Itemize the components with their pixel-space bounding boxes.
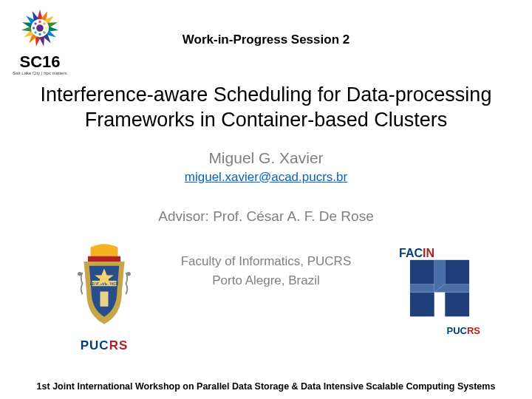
email-link[interactable]: miguel.xavier@acad.pucrs.br bbox=[185, 170, 347, 184]
svg-point-0 bbox=[36, 24, 44, 32]
svg-rect-16 bbox=[410, 260, 434, 284]
pucrs-label: PUCRS bbox=[70, 338, 138, 353]
svg-point-1 bbox=[38, 21, 41, 24]
sc16-city: Salt Lake City | hpc matters bbox=[10, 71, 69, 75]
svg-point-6 bbox=[34, 31, 37, 34]
pucrs-crest-logo: AD VERVM DVCIT PUCRS bbox=[70, 244, 138, 353]
author-email: miguel.xavier@acad.pucrs.br bbox=[0, 170, 532, 185]
author-name: Miguel G. Xavier bbox=[0, 149, 532, 167]
facin-blocks-icon bbox=[399, 259, 480, 319]
sc16-logo: SC16 Salt Lake City | hpc matters bbox=[10, 6, 69, 75]
svg-point-15 bbox=[126, 272, 131, 276]
svg-rect-18 bbox=[410, 293, 434, 317]
sc16-text: SC16 bbox=[10, 55, 69, 69]
svg-point-8 bbox=[34, 22, 37, 25]
svg-point-7 bbox=[33, 27, 35, 30]
svg-rect-19 bbox=[445, 293, 469, 317]
svg-rect-17 bbox=[445, 260, 469, 284]
footer-workshop: 1st Joint International Workshop on Para… bbox=[0, 381, 532, 392]
svg-point-4 bbox=[43, 31, 46, 34]
svg-point-14 bbox=[78, 272, 82, 276]
facin-logo: FACIN PUCRS bbox=[399, 248, 480, 336]
svg-rect-13 bbox=[100, 292, 108, 307]
advisor-line: Advisor: Prof. César A. F. De Rose bbox=[0, 208, 532, 225]
svg-point-2 bbox=[43, 22, 46, 25]
svg-point-5 bbox=[38, 33, 41, 36]
crest-icon: AD VERVM DVCIT bbox=[70, 244, 138, 332]
svg-rect-9 bbox=[88, 256, 120, 262]
starburst-icon bbox=[18, 6, 62, 50]
svg-point-3 bbox=[45, 27, 48, 30]
session-label: Work-in-Progress Session 2 bbox=[0, 33, 532, 47]
facin-pucrs-label: PUCRS bbox=[399, 325, 480, 336]
presentation-title: Interference-aware Scheduling for Data-p… bbox=[0, 83, 532, 133]
svg-text:AD VERVM DVCIT: AD VERVM DVCIT bbox=[89, 282, 118, 286]
svg-point-10 bbox=[100, 246, 107, 253]
facin-text: FACIN bbox=[399, 248, 480, 259]
